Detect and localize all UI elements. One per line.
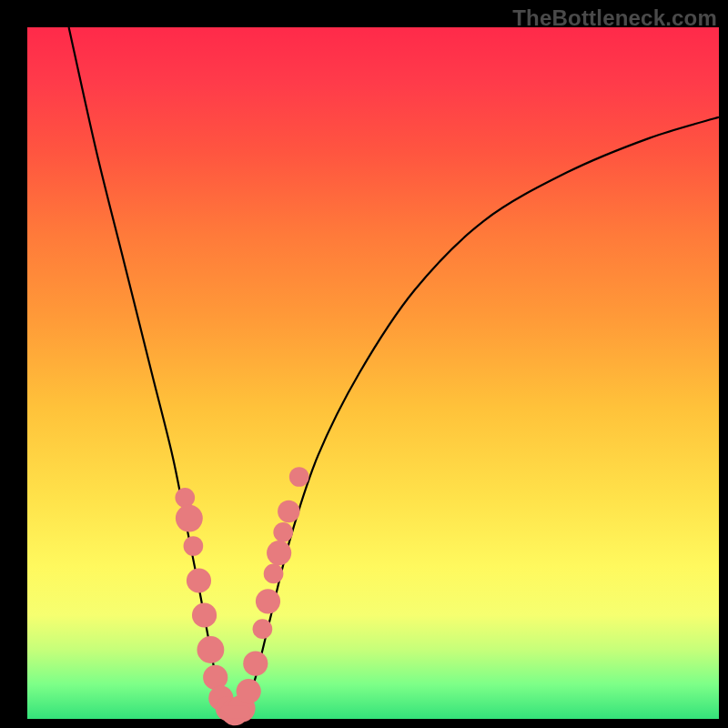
watermark-text: TheBottleneck.com: [512, 5, 717, 31]
marker-group: [175, 467, 308, 725]
data-marker: [197, 636, 224, 663]
plot-area: [27, 27, 719, 719]
chart-frame: TheBottleneck.com: [0, 0, 728, 728]
data-marker: [237, 679, 261, 703]
data-marker: [278, 500, 299, 522]
data-marker: [176, 505, 203, 532]
bottleneck-curve: [69, 27, 719, 712]
chart-svg: [27, 27, 719, 719]
data-marker: [256, 589, 280, 613]
data-marker: [264, 564, 284, 584]
data-marker: [273, 522, 293, 542]
data-marker: [267, 541, 291, 565]
data-marker: [253, 619, 273, 639]
data-marker: [175, 488, 195, 508]
data-marker: [243, 652, 268, 676]
data-marker: [192, 602, 217, 627]
data-marker: [289, 467, 309, 487]
data-marker: [187, 568, 211, 592]
trough-marker: [219, 705, 251, 718]
data-marker: [184, 536, 204, 556]
data-marker: [203, 665, 228, 690]
